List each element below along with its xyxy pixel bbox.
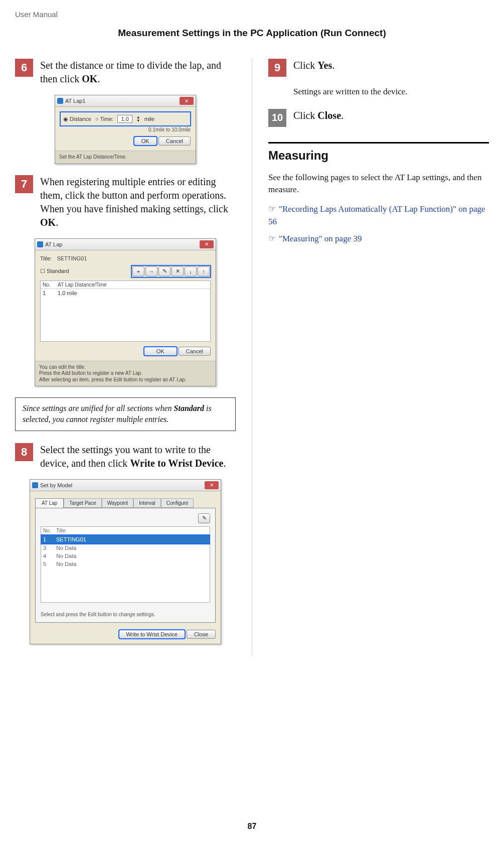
move-right-button[interactable]: → xyxy=(145,266,157,276)
table-row-selected[interactable]: 1 SETTING01 xyxy=(41,535,210,544)
list-table: No. AT Lap Distance/Time 1 1.0 mile xyxy=(40,281,211,342)
app-icon xyxy=(37,241,43,247)
table-row[interactable]: 4No Data xyxy=(41,552,210,560)
move-up-button[interactable]: ↑ xyxy=(198,266,210,276)
step-6: 6 Set the distance or time to divide the… xyxy=(15,59,236,86)
button-row: OK Cancel xyxy=(40,347,211,356)
button-row: OK Cancel xyxy=(60,136,191,146)
step-8: 8 Select the settings you want to write … xyxy=(15,443,236,470)
screenshot-set-by-model: Set by Model ✕ AT Lap Target Pace Waypoi… xyxy=(30,479,221,644)
close-button[interactable]: Close xyxy=(187,630,216,639)
bold: Write to Wrist Device xyxy=(130,458,223,469)
column-divider xyxy=(252,59,252,655)
standard-checkbox[interactable]: ☐ Standard xyxy=(40,268,69,274)
text: When you have finished making settings, … xyxy=(40,203,228,214)
text: Since settings are unified for all secti… xyxy=(23,404,174,412)
cross-reference-link[interactable]: ☞"Measuring" on page 39 xyxy=(268,233,489,245)
cross-reference-link[interactable]: ☞"Recording Laps Automatically (AT Lap F… xyxy=(268,203,489,228)
section-heading-measuring: Measuring xyxy=(268,149,489,163)
tab-panel: ✎ No. Title 1 SETTING01 3No Data xyxy=(35,508,216,623)
button-row: Write to Wrist Device Close xyxy=(35,630,216,639)
table-row[interactable]: 3No Data xyxy=(41,544,210,552)
cell-title: SETTING01 xyxy=(56,536,86,542)
close-icon[interactable]: ✕ xyxy=(200,240,214,248)
app-icon xyxy=(57,98,63,104)
cancel-button[interactable]: Cancel xyxy=(158,136,191,146)
title-label: Title: xyxy=(40,255,52,261)
bold: Yes xyxy=(317,60,332,71)
value-input[interactable]: 1.0 xyxy=(117,115,132,123)
close-icon[interactable]: ✕ xyxy=(180,97,194,105)
col-no: No. xyxy=(43,282,58,288)
screenshot-atlap1-dialog: AT Lap1 ✕ ◉ Distance ○ Time: 1.0 ▲ ▼ mil… xyxy=(55,95,196,164)
tab-interval[interactable]: Interval xyxy=(133,498,161,508)
step-text: When registering multiple entries or edi… xyxy=(40,175,236,229)
cell-dt: 1.0 mile xyxy=(58,290,77,296)
two-column-layout: 6 Set the distance or time to divide the… xyxy=(15,59,489,655)
tab-waypoint[interactable]: Waypoint xyxy=(102,498,133,508)
window-titlebar: AT Lap1 ✕ xyxy=(55,95,196,107)
step-number: 10 xyxy=(268,109,286,127)
help-line: You can edit the title. xyxy=(39,364,212,371)
text: Set the distance or time to divide the l… xyxy=(40,60,221,84)
edit-icon[interactable]: ✎ xyxy=(198,513,210,523)
title-value[interactable]: SETTING01 xyxy=(57,255,87,261)
right-column: 9 Click Yes. Settings are written to the… xyxy=(268,59,489,655)
ok-button[interactable]: OK xyxy=(144,347,177,356)
add-button[interactable]: + xyxy=(132,266,144,276)
text: Click xyxy=(293,60,317,71)
step-7: 7 When registering multiple entries or e… xyxy=(15,175,236,229)
step-9: 9 Click Yes. xyxy=(268,59,489,77)
window-titlebar: Set by Model ✕ xyxy=(30,480,221,491)
text: . xyxy=(341,110,344,121)
step-number: 6 xyxy=(15,59,33,77)
tab-configure[interactable]: Configure xyxy=(161,498,194,508)
cell-title: No Data xyxy=(56,553,76,559)
delete-button[interactable]: ✕ xyxy=(172,266,184,276)
help-text: Set the AT Lap Distance/Time. xyxy=(55,151,196,164)
text: . xyxy=(97,73,100,84)
toolbar: + → ✎ ✕ ↓ ↑ xyxy=(131,265,211,277)
bold: OK xyxy=(40,217,56,228)
radio-distance[interactable]: ◉ Distance xyxy=(63,116,91,122)
bold: Close xyxy=(317,110,341,121)
window-titlebar: AT Lap ✕ xyxy=(35,239,216,250)
cancel-button[interactable]: Cancel xyxy=(179,347,211,356)
text: . xyxy=(332,60,334,71)
pointer-icon: ☞ xyxy=(268,234,276,243)
text: . xyxy=(56,217,58,228)
settings-table: No. Title 1 SETTING01 3No Data 4No Data … xyxy=(41,526,210,603)
tab-atlap[interactable]: AT Lap xyxy=(35,498,64,508)
link-text: "Measuring" on page 39 xyxy=(279,234,362,243)
window-title: AT Lap xyxy=(45,241,62,247)
radio-time[interactable]: ○ Time: xyxy=(95,116,114,122)
edit-button[interactable]: ✎ xyxy=(158,266,171,276)
app-icon xyxy=(32,482,38,488)
spinner-down-icon[interactable]: ▼ xyxy=(136,119,140,122)
step-text: Select the settings you want to write to… xyxy=(40,443,236,470)
manual-page: User Manual Measurement Settings in the … xyxy=(0,0,504,841)
body-text: See the following pages to select the AT… xyxy=(268,172,489,196)
step-number: 9 xyxy=(268,59,286,77)
help-line: After selecting an item, press the Edit … xyxy=(39,377,212,383)
dialog-content: ◉ Distance ○ Time: 1.0 ▲ ▼ mile 0.1mile … xyxy=(55,107,196,151)
label: Distance xyxy=(70,116,91,122)
move-down-button[interactable]: ↓ xyxy=(185,266,197,276)
step-number: 7 xyxy=(15,175,33,193)
label: Standard xyxy=(47,268,69,274)
ok-button[interactable]: OK xyxy=(134,136,157,146)
tab-target-pace[interactable]: Target Pace xyxy=(64,498,101,508)
unit-label: mile xyxy=(144,116,154,122)
window-title: AT Lap1 xyxy=(65,98,86,104)
range-hint: 0.1mile to 10.0mile xyxy=(60,127,191,132)
table-row[interactable]: 1 1.0 mile xyxy=(41,289,210,297)
window-title: Set by Model xyxy=(40,482,72,488)
col-title: Title xyxy=(56,528,66,533)
label: Time: xyxy=(100,116,113,122)
write-to-wrist-button[interactable]: Write to Wrist Device xyxy=(119,630,185,639)
bold: Standard xyxy=(174,404,204,412)
table-row[interactable]: 5No Data xyxy=(41,560,210,568)
text: . xyxy=(223,458,226,469)
tab-bar: AT Lap Target Pace Waypoint Interval Con… xyxy=(35,498,216,508)
close-icon[interactable]: ✕ xyxy=(205,481,219,489)
